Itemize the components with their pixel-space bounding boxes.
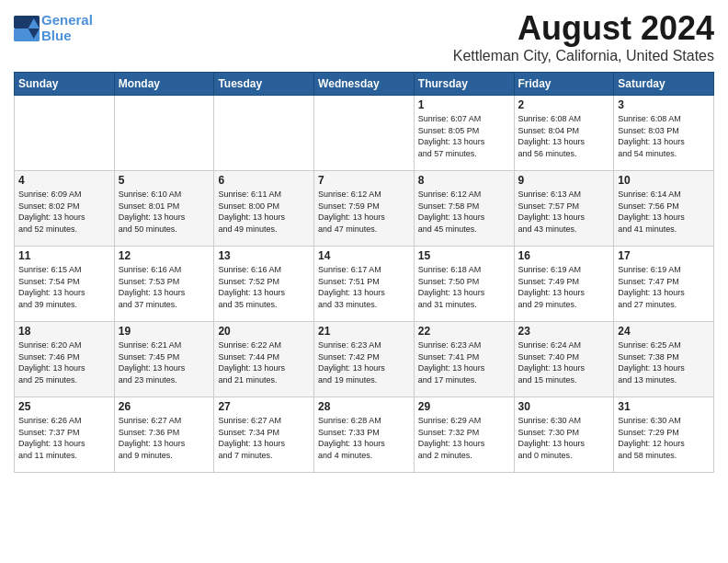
day-info: Sunrise: 6:13 AM Sunset: 7:57 PM Dayligh… bbox=[518, 189, 610, 235]
col-friday: Friday bbox=[514, 73, 614, 96]
table-row: 20Sunrise: 6:22 AM Sunset: 7:44 PM Dayli… bbox=[214, 322, 314, 397]
day-number: 12 bbox=[119, 249, 210, 262]
table-row: 4Sunrise: 6:09 AM Sunset: 8:02 PM Daylig… bbox=[15, 171, 115, 247]
table-row: 18Sunrise: 6:20 AM Sunset: 7:46 PM Dayli… bbox=[15, 322, 115, 397]
table-row: 31Sunrise: 6:30 AM Sunset: 7:29 PM Dayli… bbox=[614, 397, 714, 473]
day-info: Sunrise: 6:07 AM Sunset: 8:05 PM Dayligh… bbox=[418, 113, 510, 159]
day-number: 28 bbox=[318, 400, 410, 413]
table-row: 5Sunrise: 6:10 AM Sunset: 8:01 PM Daylig… bbox=[114, 171, 214, 247]
day-info: Sunrise: 6:09 AM Sunset: 8:02 PM Dayligh… bbox=[18, 189, 110, 235]
day-number: 16 bbox=[518, 249, 610, 262]
table-row: 11Sunrise: 6:15 AM Sunset: 7:54 PM Dayli… bbox=[15, 247, 115, 322]
col-thursday: Thursday bbox=[414, 73, 514, 96]
table-row: 14Sunrise: 6:17 AM Sunset: 7:51 PM Dayli… bbox=[314, 247, 415, 322]
day-number: 22 bbox=[418, 325, 510, 338]
table-row: 24Sunrise: 6:25 AM Sunset: 7:38 PM Dayli… bbox=[614, 322, 714, 397]
day-number: 11 bbox=[18, 249, 110, 262]
day-info: Sunrise: 6:16 AM Sunset: 7:53 PM Dayligh… bbox=[119, 264, 210, 310]
day-info: Sunrise: 6:22 AM Sunset: 7:44 PM Dayligh… bbox=[218, 339, 310, 385]
table-row: 17Sunrise: 6:19 AM Sunset: 7:47 PM Dayli… bbox=[614, 247, 714, 322]
table-row: 10Sunrise: 6:14 AM Sunset: 7:56 PM Dayli… bbox=[614, 171, 714, 247]
day-info: Sunrise: 6:08 AM Sunset: 8:03 PM Dayligh… bbox=[618, 113, 710, 159]
table-row: 1Sunrise: 6:07 AM Sunset: 8:05 PM Daylig… bbox=[414, 96, 514, 171]
day-number: 6 bbox=[218, 174, 310, 187]
day-info: Sunrise: 6:27 AM Sunset: 7:36 PM Dayligh… bbox=[119, 415, 210, 461]
day-number: 10 bbox=[618, 174, 710, 187]
table-row: 26Sunrise: 6:27 AM Sunset: 7:36 PM Dayli… bbox=[114, 397, 214, 473]
table-row: 22Sunrise: 6:23 AM Sunset: 7:41 PM Dayli… bbox=[414, 322, 514, 397]
day-info: Sunrise: 6:27 AM Sunset: 7:34 PM Dayligh… bbox=[218, 415, 310, 461]
day-info: Sunrise: 6:30 AM Sunset: 7:29 PM Dayligh… bbox=[618, 415, 710, 461]
day-info: Sunrise: 6:14 AM Sunset: 7:56 PM Dayligh… bbox=[618, 189, 710, 235]
table-row: 16Sunrise: 6:19 AM Sunset: 7:49 PM Dayli… bbox=[514, 247, 614, 322]
col-saturday: Saturday bbox=[614, 73, 714, 96]
day-number: 19 bbox=[119, 325, 210, 338]
day-number: 31 bbox=[618, 400, 710, 413]
table-row: 15Sunrise: 6:18 AM Sunset: 7:50 PM Dayli… bbox=[414, 247, 514, 322]
day-number: 18 bbox=[18, 325, 110, 338]
page: General Blue August 2024 Kettleman City,… bbox=[0, 0, 728, 563]
day-info: Sunrise: 6:10 AM Sunset: 8:01 PM Dayligh… bbox=[119, 189, 210, 235]
main-title: August 2024 bbox=[453, 9, 714, 48]
logo-text: General Blue bbox=[41, 13, 93, 43]
day-info: Sunrise: 6:17 AM Sunset: 7:51 PM Dayligh… bbox=[318, 264, 410, 310]
title-block: August 2024 Kettleman City, California, … bbox=[453, 9, 714, 64]
day-info: Sunrise: 6:08 AM Sunset: 8:04 PM Dayligh… bbox=[518, 113, 610, 159]
table-row: 2Sunrise: 6:08 AM Sunset: 8:04 PM Daylig… bbox=[514, 96, 614, 171]
day-number: 4 bbox=[18, 174, 110, 187]
day-info: Sunrise: 6:12 AM Sunset: 7:58 PM Dayligh… bbox=[418, 189, 510, 235]
day-number: 25 bbox=[18, 400, 110, 413]
table-row: 21Sunrise: 6:23 AM Sunset: 7:42 PM Dayli… bbox=[314, 322, 415, 397]
day-number: 3 bbox=[618, 98, 710, 111]
col-monday: Monday bbox=[114, 73, 214, 96]
table-row: 19Sunrise: 6:21 AM Sunset: 7:45 PM Dayli… bbox=[114, 322, 214, 397]
day-number: 21 bbox=[318, 325, 410, 338]
day-number: 26 bbox=[119, 400, 210, 413]
day-info: Sunrise: 6:21 AM Sunset: 7:45 PM Dayligh… bbox=[119, 339, 210, 385]
table-row bbox=[214, 96, 314, 171]
table-row: 29Sunrise: 6:29 AM Sunset: 7:32 PM Dayli… bbox=[414, 397, 514, 473]
day-number: 30 bbox=[518, 400, 610, 413]
header: General Blue August 2024 Kettleman City,… bbox=[14, 9, 714, 64]
day-info: Sunrise: 6:19 AM Sunset: 7:47 PM Dayligh… bbox=[618, 264, 710, 310]
day-number: 2 bbox=[518, 98, 610, 111]
col-wednesday: Wednesday bbox=[314, 73, 415, 96]
day-info: Sunrise: 6:20 AM Sunset: 7:46 PM Dayligh… bbox=[18, 339, 110, 385]
logo: General Blue bbox=[14, 13, 93, 43]
day-number: 29 bbox=[418, 400, 510, 413]
day-number: 1 bbox=[418, 98, 510, 111]
logo-icon bbox=[14, 16, 40, 41]
subtitle: Kettleman City, California, United State… bbox=[453, 48, 714, 64]
day-info: Sunrise: 6:12 AM Sunset: 7:59 PM Dayligh… bbox=[318, 189, 410, 235]
day-number: 15 bbox=[418, 249, 510, 262]
day-number: 17 bbox=[618, 249, 710, 262]
day-number: 13 bbox=[218, 249, 310, 262]
day-info: Sunrise: 6:28 AM Sunset: 7:33 PM Dayligh… bbox=[318, 415, 410, 461]
day-number: 5 bbox=[119, 174, 210, 187]
table-row: 27Sunrise: 6:27 AM Sunset: 7:34 PM Dayli… bbox=[214, 397, 314, 473]
table-row bbox=[314, 96, 415, 171]
calendar: Sunday Monday Tuesday Wednesday Thursday… bbox=[14, 72, 714, 473]
table-row: 12Sunrise: 6:16 AM Sunset: 7:53 PM Dayli… bbox=[114, 247, 214, 322]
table-row: 13Sunrise: 6:16 AM Sunset: 7:52 PM Dayli… bbox=[214, 247, 314, 322]
calendar-body: 1Sunrise: 6:07 AM Sunset: 8:05 PM Daylig… bbox=[15, 96, 714, 473]
day-info: Sunrise: 6:18 AM Sunset: 7:50 PM Dayligh… bbox=[418, 264, 510, 310]
table-row: 23Sunrise: 6:24 AM Sunset: 7:40 PM Dayli… bbox=[514, 322, 614, 397]
col-tuesday: Tuesday bbox=[214, 73, 314, 96]
logo-line2: Blue bbox=[41, 28, 72, 43]
day-info: Sunrise: 6:23 AM Sunset: 7:42 PM Dayligh… bbox=[318, 339, 410, 385]
day-number: 20 bbox=[218, 325, 310, 338]
day-info: Sunrise: 6:11 AM Sunset: 8:00 PM Dayligh… bbox=[218, 189, 310, 235]
day-number: 8 bbox=[418, 174, 510, 187]
day-info: Sunrise: 6:15 AM Sunset: 7:54 PM Dayligh… bbox=[18, 264, 110, 310]
logo-line1: General bbox=[41, 12, 93, 28]
calendar-header: Sunday Monday Tuesday Wednesday Thursday… bbox=[15, 73, 714, 96]
table-row: 8Sunrise: 6:12 AM Sunset: 7:58 PM Daylig… bbox=[414, 171, 514, 247]
day-number: 9 bbox=[518, 174, 610, 187]
day-number: 27 bbox=[218, 400, 310, 413]
day-info: Sunrise: 6:23 AM Sunset: 7:41 PM Dayligh… bbox=[418, 339, 510, 385]
day-info: Sunrise: 6:19 AM Sunset: 7:49 PM Dayligh… bbox=[518, 264, 610, 310]
table-row: 28Sunrise: 6:28 AM Sunset: 7:33 PM Dayli… bbox=[314, 397, 415, 473]
table-row: 3Sunrise: 6:08 AM Sunset: 8:03 PM Daylig… bbox=[614, 96, 714, 171]
table-row: 30Sunrise: 6:30 AM Sunset: 7:30 PM Dayli… bbox=[514, 397, 614, 473]
